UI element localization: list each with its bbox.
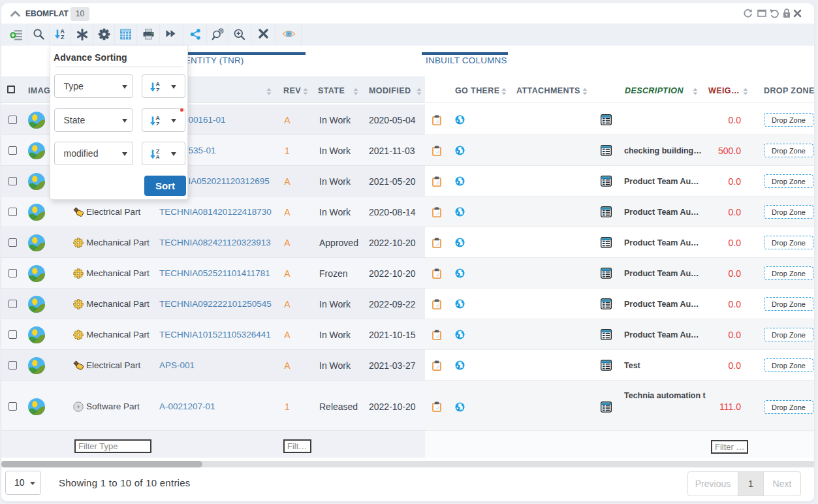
svg-text:Z: Z xyxy=(61,34,65,40)
svg-text:Z: Z xyxy=(156,121,160,125)
svg-text:Z: Z xyxy=(156,87,160,91)
svg-text:A: A xyxy=(156,154,160,159)
